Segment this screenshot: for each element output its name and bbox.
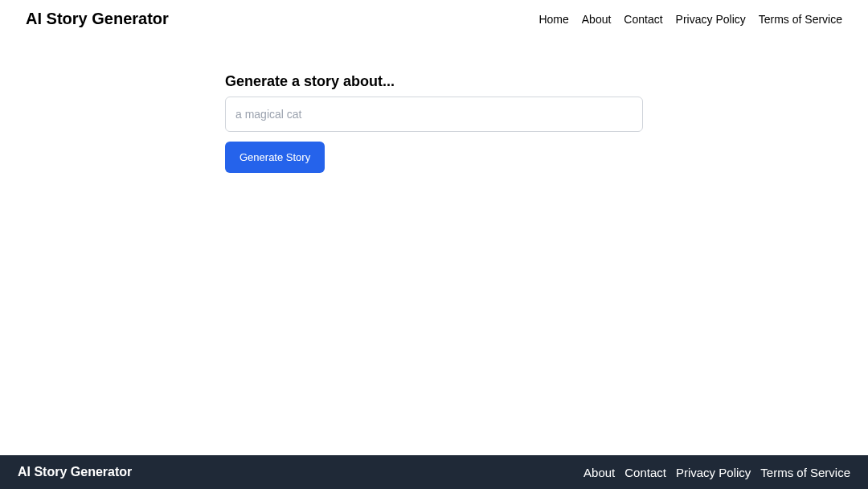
story-form: Generate a story about... Generate Story	[225, 73, 643, 173]
nav-contact[interactable]: Contact	[624, 13, 662, 26]
footer-title: AI Story Generator	[18, 465, 132, 479]
footer-nav: About Contact Privacy Policy Terms of Se…	[583, 466, 850, 479]
footer-nav-contact[interactable]: Contact	[624, 466, 666, 479]
site-title: AI Story Generator	[26, 10, 169, 28]
generate-button[interactable]: Generate Story	[225, 142, 325, 173]
footer: AI Story Generator About Contact Privacy…	[0, 455, 868, 489]
main-content: Generate a story about... Generate Story	[0, 38, 868, 455]
header: AI Story Generator Home About Contact Pr…	[0, 0, 868, 38]
prompt-label: Generate a story about...	[225, 73, 643, 90]
header-nav: Home About Contact Privacy Policy Terms …	[538, 13, 842, 26]
nav-terms[interactable]: Terms of Service	[759, 13, 842, 26]
nav-home[interactable]: Home	[538, 13, 568, 26]
prompt-input[interactable]	[225, 97, 643, 132]
nav-privacy[interactable]: Privacy Policy	[676, 13, 746, 26]
footer-nav-privacy[interactable]: Privacy Policy	[676, 466, 751, 479]
footer-nav-terms[interactable]: Terms of Service	[760, 466, 850, 479]
nav-about[interactable]: About	[582, 13, 612, 26]
footer-nav-about[interactable]: About	[583, 466, 615, 479]
